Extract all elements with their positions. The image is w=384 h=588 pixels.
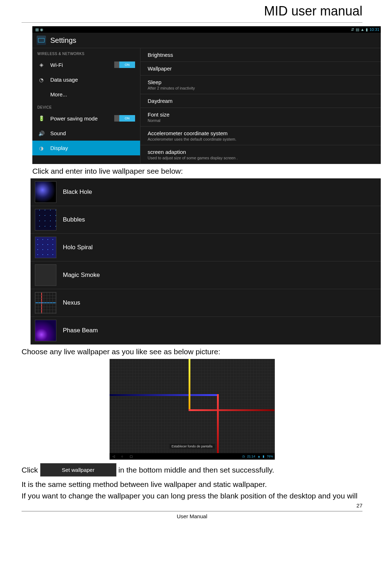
power-toggle[interactable]: ON xyxy=(119,115,135,122)
brightness-title: Brightness xyxy=(148,52,374,58)
nav-bar: ◁ ○ ▢ ◷ 21:14 ▲ ▮ 76% xyxy=(110,453,275,460)
accel-sub: Accelerometer uses the default coordinat… xyxy=(148,137,374,141)
thumb-phase xyxy=(35,320,56,341)
nav-time: 21:14 xyxy=(247,455,255,458)
power-icon: 🔋 xyxy=(37,115,45,121)
nexus-line xyxy=(110,394,217,396)
wallpaper-holo-spiral[interactable]: Holo Spiral xyxy=(31,234,381,261)
sleep-item[interactable]: Sleep After 2 minutes of inactivity xyxy=(140,76,381,94)
click-instruction: Click Set wallpaper in the bottom middle… xyxy=(22,463,362,477)
thumb-holo xyxy=(35,237,56,258)
sleep-sub: After 2 minutes of inactivity xyxy=(148,86,374,90)
footer-text: User Manual xyxy=(177,513,207,519)
nexus-line xyxy=(189,409,274,411)
click-after: in the bottom middle and then set succes… xyxy=(119,466,274,474)
font-sub: Normal xyxy=(148,118,374,123)
status-icon: ◉ xyxy=(40,27,43,32)
sound-item[interactable]: 🔊 Sound xyxy=(32,126,140,141)
section-wireless: WIRELESS & NETWORKS xyxy=(32,48,140,57)
settings-screenshot: ▦ ◉ ⇵ ▤ ▲ ▮ 10:31 Settings WIRELESS & NE… xyxy=(32,26,381,164)
label-smoke: Magic Smoke xyxy=(63,272,100,279)
thumb-bubbles xyxy=(35,209,56,231)
sleep-title: Sleep xyxy=(148,79,374,85)
wallpaper-item[interactable]: Wallpaper xyxy=(140,62,381,76)
sd-icon: ▤ xyxy=(356,27,359,32)
more-label: More... xyxy=(50,91,67,97)
daydream-item[interactable]: Daydream xyxy=(140,94,381,108)
data-usage-item[interactable]: ◔ Data usage xyxy=(32,72,140,87)
thumb-black-hole xyxy=(35,181,56,203)
usb-icon: ⇵ xyxy=(351,27,354,32)
nexus-line xyxy=(189,359,190,409)
sound-icon: 🔊 xyxy=(37,131,45,136)
click-before: Click xyxy=(22,466,38,474)
wallpaper-bubbles[interactable]: Bubbles xyxy=(31,206,381,234)
wallpaper-magic-smoke[interactable]: Magic Smoke xyxy=(31,261,381,289)
instruction-3: It is the same setting method between li… xyxy=(22,480,362,489)
label-bubbles: Bubbles xyxy=(63,216,85,223)
recent-icon[interactable]: ▢ xyxy=(130,455,133,458)
clock-icon: ◷ xyxy=(242,455,245,458)
label-phase: Phase Beam xyxy=(63,327,98,334)
set-wallpaper-center-button[interactable]: Establecer fondo de pantalla xyxy=(169,444,214,449)
wifi-icon: ◈ xyxy=(37,62,45,68)
page-number: 27 xyxy=(356,502,362,509)
more-item[interactable]: More... xyxy=(32,87,140,102)
wallpaper-preview-screenshot: Establecer fondo de pantalla ◁ ○ ▢ ◷ 21:… xyxy=(110,359,275,460)
data-icon: ◔ xyxy=(37,77,45,83)
instruction-1: Click and enter into live wallpaper see … xyxy=(32,167,362,176)
power-label: Power saving mode xyxy=(50,115,98,122)
page-footer: 27 User Manual xyxy=(22,511,362,519)
power-saving-item[interactable]: 🔋 Power saving mode ON xyxy=(32,111,140,126)
wallpaper-nexus[interactable]: Nexus xyxy=(31,289,381,317)
wallpaper-black-hole[interactable]: Black Hole xyxy=(31,178,381,206)
adapt-sub: Used to adjust size of some games displa… xyxy=(148,156,374,160)
daydream-title: Daydream xyxy=(148,98,374,104)
status-bar: ▦ ◉ ⇵ ▤ ▲ ▮ 10:31 xyxy=(32,26,381,33)
display-label: Display xyxy=(50,145,68,151)
page-header: MID user manual xyxy=(22,0,362,23)
thumb-smoke xyxy=(35,264,56,286)
battery-icon: ▮ xyxy=(366,27,368,32)
settings-icon xyxy=(37,36,46,45)
data-label: Data usage xyxy=(50,77,78,83)
label-holo: Holo Spiral xyxy=(63,244,93,251)
section-device: DEVICE xyxy=(32,102,140,111)
wifi-item[interactable]: ◈ Wi-Fi ON xyxy=(32,57,140,72)
nexus-line xyxy=(217,394,219,460)
settings-title: Settings xyxy=(50,36,76,45)
instruction-2: Choose any live wallpaper as you like se… xyxy=(22,347,362,356)
accel-title: Accelerometer coordinate system xyxy=(148,130,374,136)
status-icon: ▦ xyxy=(35,27,39,32)
set-wallpaper-button[interactable]: Set wallpaper xyxy=(40,463,116,477)
wifi-icon: ▲ xyxy=(361,27,365,32)
font-size-item[interactable]: Font size Normal xyxy=(140,108,381,127)
accelerometer-item[interactable]: Accelerometer coordinate system Accelero… xyxy=(140,127,381,145)
label-nexus: Nexus xyxy=(63,299,80,306)
display-item[interactable]: ◑ Display xyxy=(32,141,140,155)
nav-battery-icon: ▮ xyxy=(263,455,264,458)
adapt-title: screen adaption xyxy=(148,149,374,155)
settings-title-bar: Settings xyxy=(32,33,381,48)
thumb-nexus xyxy=(35,292,56,314)
brightness-item[interactable]: Brightness xyxy=(140,48,381,62)
home-icon[interactable]: ○ xyxy=(121,455,123,458)
sound-label: Sound xyxy=(50,130,66,136)
display-icon: ◑ xyxy=(37,145,45,151)
wifi-label: Wi-Fi xyxy=(50,62,63,68)
font-title: Font size xyxy=(148,111,374,118)
wallpaper-list-screenshot: Black Hole Bubbles Holo Spiral Magic Smo… xyxy=(31,178,381,345)
label-black-hole: Black Hole xyxy=(63,188,92,196)
back-icon[interactable]: ◁ xyxy=(112,455,115,458)
instruction-4: If you want to change the wallpaper you … xyxy=(22,492,362,500)
wifi-toggle[interactable]: ON xyxy=(119,61,135,68)
status-time: 10:31 xyxy=(369,27,379,32)
nav-battery-pct: 76% xyxy=(267,455,273,458)
wallpaper-title: Wallpaper xyxy=(148,65,374,72)
nav-wifi-icon: ▲ xyxy=(258,455,261,458)
wallpaper-phase-beam[interactable]: Phase Beam xyxy=(31,317,381,345)
screen-adaption-item[interactable]: screen adaption Used to adjust size of s… xyxy=(140,145,381,164)
